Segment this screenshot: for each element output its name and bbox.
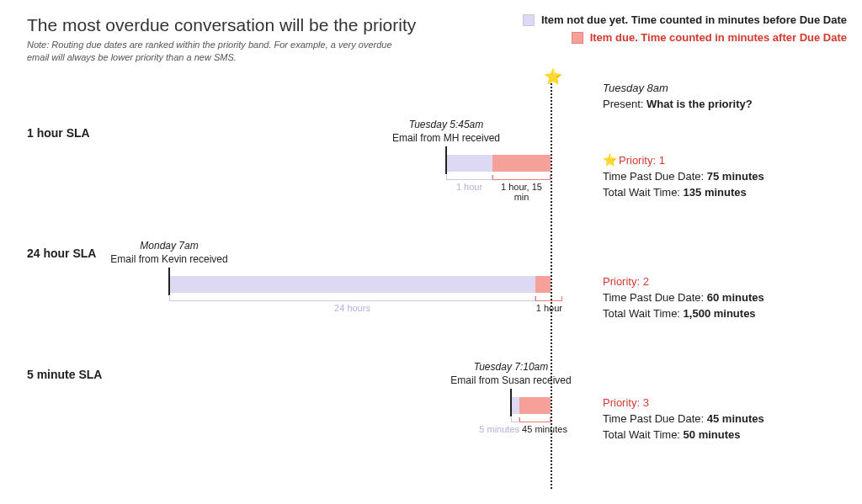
dim-2-overdue-label: 1 hour: [536, 303, 562, 313]
priority-2-past-label: Time Past Due Date:: [603, 291, 707, 304]
priority-2-rank: Priority: 2: [603, 274, 764, 290]
now-question: What is the priority?: [646, 98, 753, 110]
dim-1-sla: 1 hour: [446, 175, 492, 185]
sla-label-3: 5 minute SLA: [27, 368, 102, 381]
priority-1-past-value: 75 minutes: [707, 170, 764, 183]
bar-row-2: [169, 276, 556, 293]
priority-3-rank: Priority: 3: [603, 395, 764, 411]
priority-2-past-value: 60 minutes: [707, 291, 764, 304]
star-icon: ⭐: [544, 69, 562, 84]
dim-3-overdue: 45 minutes: [519, 417, 570, 427]
dim-3-sla-label: 5 minutes: [479, 424, 519, 434]
priority-1-rank: Priority: 1: [619, 154, 665, 167]
bar-row-1: [446, 155, 585, 172]
priority-2-wait-value: 1,500 minutes: [684, 307, 756, 320]
event-2-time: Monday 7am: [98, 239, 241, 252]
sla-label-2: 24 hour SLA: [27, 247, 96, 260]
legend-label-not-due: Item not due yet. Time counted in minute…: [541, 13, 847, 26]
star-icon: ⭐: [603, 153, 617, 167]
bar-1-start-tick: [445, 152, 447, 174]
dim-1-overdue-label: 1 hour, 15 min: [492, 182, 551, 202]
priority-1-wait-label: Total Wait Time:: [603, 186, 684, 199]
dim-2-overdue: 1 hour: [529, 296, 562, 306]
now-time: Tuesday 8am: [603, 81, 753, 97]
legend-label-due: Item due. Time counted in minutes after …: [590, 31, 847, 44]
now-present-prefix: Present:: [603, 98, 646, 110]
dim-3-overdue-label: 45 minutes: [522, 424, 567, 434]
priority-box-2: Priority: 2 Time Past Due Date: 60 minut…: [603, 274, 764, 322]
priority-box-3: Priority: 3 Time Past Due Date: 45 minut…: [603, 395, 764, 443]
page-note: Note: Routing due dates are ranked withi…: [27, 39, 414, 64]
priority-2-wait-label: Total Wait Time:: [603, 307, 684, 320]
priority-3-wait-value: 50 minutes: [684, 428, 741, 441]
bar-2-not-due: [169, 276, 535, 293]
bar-1-not-due: [446, 155, 492, 172]
priority-1-past-label: Time Past Due Date:: [603, 170, 707, 183]
legend-swatch-due: [572, 32, 583, 44]
event-1-text: Email from MH received: [375, 131, 518, 145]
priority-1-wait-value: 135 minutes: [684, 186, 747, 199]
bar-3-start-tick: [510, 395, 512, 416]
sla-label-1: 1 hour SLA: [27, 126, 90, 140]
bar-row-3: [511, 397, 561, 414]
priority-3-past-value: 45 minutes: [707, 412, 764, 425]
event-3-text: Email from Susan received: [431, 374, 591, 387]
event-2-text: Email from Kevin received: [98, 252, 241, 266]
dim-2-sla-label: 24 hours: [334, 303, 370, 313]
bar-2-start-tick: [168, 273, 170, 295]
priority-box-1: ⭐Priority: 1 Time Past Due Date: 75 minu…: [603, 151, 764, 201]
legend: Item not due yet. Time counted in minute…: [523, 13, 847, 49]
bar-3-due: [519, 397, 551, 414]
dim-1-overdue: 1 hour, 15 min: [492, 175, 551, 195]
dim-3-sla: 5 minutes: [471, 417, 519, 427]
dim-2-sla: 24 hours: [169, 296, 535, 306]
legend-swatch-not-due: [523, 14, 535, 26]
dim-1-sla-label: 1 hour: [456, 182, 482, 192]
bar-3-not-due: [511, 397, 519, 414]
event-1-time: Tuesday 5:45am: [375, 118, 518, 131]
page-title: The most overdue conversation will be th…: [27, 15, 416, 35]
priority-3-wait-label: Total Wait Time:: [603, 428, 684, 441]
priority-3-past-label: Time Past Due Date:: [603, 412, 707, 425]
bar-1-due: [492, 155, 551, 172]
now-label: Tuesday 8am Present: What is the priorit…: [603, 81, 753, 113]
bar-2-due: [535, 276, 551, 293]
event-3-time: Tuesday 7:10am: [431, 360, 591, 374]
